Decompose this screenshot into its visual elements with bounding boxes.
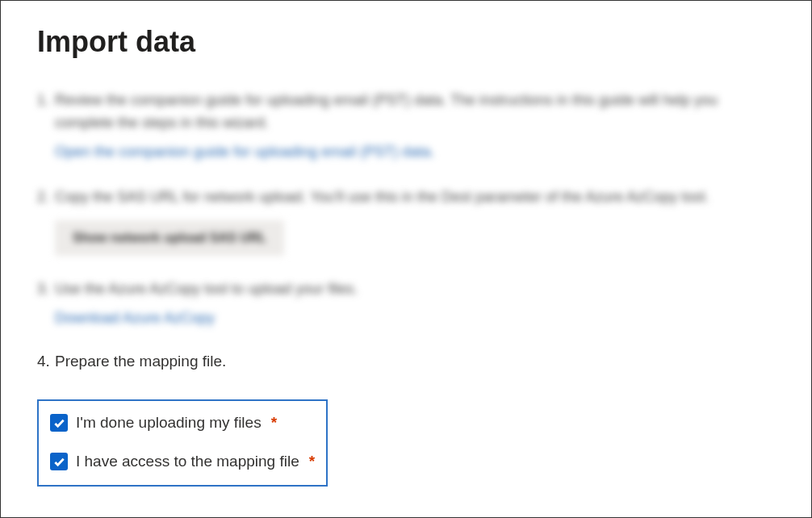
step-4-number: 4. [37, 353, 50, 370]
done-uploading-checkbox[interactable] [50, 414, 68, 432]
step-4: 4. Prepare the mapping file. [37, 353, 775, 370]
mapping-access-checkbox[interactable] [50, 453, 68, 470]
step-1: Review the companion guide for uploading… [37, 90, 775, 164]
done-uploading-label: I'm done uploading my files [76, 414, 262, 432]
page-title: Import data [37, 25, 775, 59]
mapping-access-label: I have access to the mapping file [76, 453, 299, 470]
step-1-text: Review the companion guide for uploading… [55, 92, 718, 131]
download-azcopy-link[interactable]: Download Azure AzCopy [55, 307, 215, 330]
mapping-access-row[interactable]: I have access to the mapping file * [50, 453, 315, 470]
checkmark-icon [53, 417, 65, 429]
required-asterisk: * [271, 414, 277, 432]
step-3-text: Use the Azure AzCopy tool to upload your… [55, 281, 358, 297]
checkmark-icon [53, 456, 65, 468]
companion-guide-link[interactable]: Open the companion guide for uploading e… [55, 141, 434, 164]
show-sas-url-button[interactable]: Show network upload SAS URL [55, 220, 284, 257]
step-2: Copy the SAS URL for network upload. You… [37, 186, 775, 257]
required-asterisk: * [309, 453, 315, 470]
step-4-text: Prepare the mapping file. [55, 353, 226, 370]
step-2-text: Copy the SAS URL for network upload. You… [55, 189, 709, 205]
step-3: Use the Azure AzCopy tool to upload your… [37, 278, 775, 330]
done-uploading-row[interactable]: I'm done uploading my files * [50, 414, 315, 432]
confirmation-checkboxes: I'm done uploading my files * I have acc… [37, 399, 328, 487]
